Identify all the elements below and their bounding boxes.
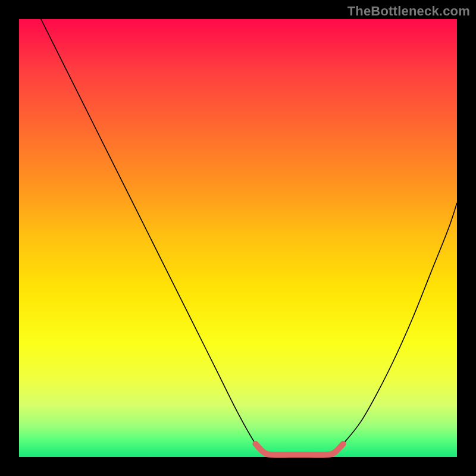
- chart-stage: TheBottleneck.com: [0, 0, 476, 476]
- watermark-text: TheBottleneck.com: [347, 4, 470, 19]
- left-curve: [41, 19, 264, 453]
- plot-area: [19, 19, 457, 457]
- right-curve: [334, 203, 457, 453]
- valley-accent: [255, 444, 343, 455]
- curve-layer: [19, 19, 457, 457]
